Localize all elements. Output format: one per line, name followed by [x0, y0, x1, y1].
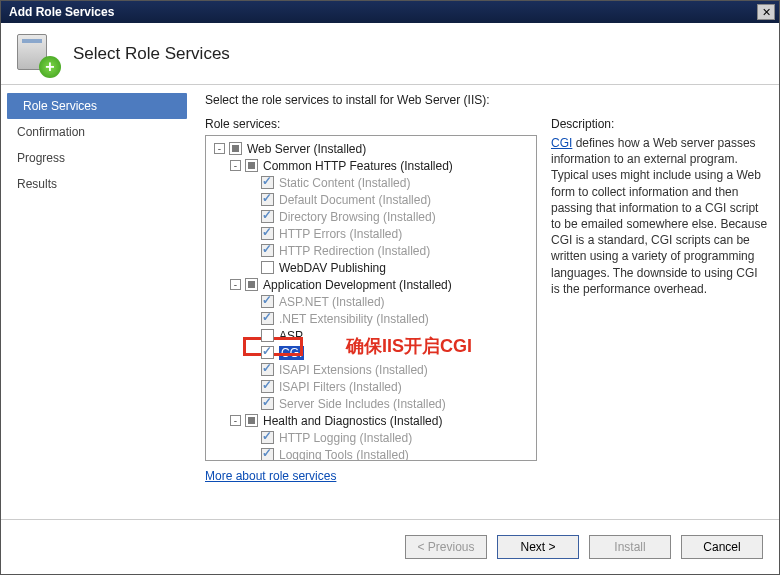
checkbox: [261, 312, 274, 325]
expand-icon[interactable]: -: [230, 279, 241, 290]
wizard-icon: +: [15, 32, 59, 76]
tree-node-label: ASP.NET (Installed): [279, 295, 385, 309]
tree-node[interactable]: Default Document (Installed): [206, 191, 536, 208]
wizard-step-confirmation[interactable]: Confirmation: [1, 119, 193, 145]
expand-icon[interactable]: -: [230, 160, 241, 171]
tree-node[interactable]: ASP.NET (Installed): [206, 293, 536, 310]
expand-icon[interactable]: -: [230, 415, 241, 426]
tree-node-label: ASP: [279, 329, 303, 343]
description-link[interactable]: CGI: [551, 136, 572, 150]
tree-node[interactable]: HTTP Logging (Installed): [206, 429, 536, 446]
checkbox[interactable]: [245, 278, 258, 291]
checkbox[interactable]: [261, 329, 274, 342]
tree-node[interactable]: -Web Server (Installed): [206, 140, 536, 157]
wizard-steps-sidebar: Role ServicesConfirmationProgressResults: [1, 85, 193, 519]
wizard-step-progress[interactable]: Progress: [1, 145, 193, 171]
instruction-text: Select the role services to install for …: [205, 93, 769, 107]
checkbox: [261, 380, 274, 393]
tree-node[interactable]: -Health and Diagnostics (Installed): [206, 412, 536, 429]
tree-node-label: Web Server (Installed): [247, 142, 366, 156]
checkbox: [261, 210, 274, 223]
tree-node[interactable]: Server Side Includes (Installed): [206, 395, 536, 412]
tree-node[interactable]: HTTP Errors (Installed): [206, 225, 536, 242]
role-services-label: Role services:: [205, 117, 537, 131]
tree-node[interactable]: ASP: [206, 327, 536, 344]
wizard-step-results[interactable]: Results: [1, 171, 193, 197]
wizard-footer: < Previous Next > Install Cancel: [1, 519, 779, 574]
tree-node[interactable]: Logging Tools (Installed): [206, 446, 536, 461]
tree-node[interactable]: -Common HTTP Features (Installed): [206, 157, 536, 174]
tree-node[interactable]: WebDAV Publishing: [206, 259, 536, 276]
tree-node[interactable]: -Application Development (Installed): [206, 276, 536, 293]
close-icon[interactable]: ✕: [757, 4, 775, 20]
tree-node-label: Application Development (Installed): [263, 278, 452, 292]
checkbox: [261, 397, 274, 410]
checkbox[interactable]: [245, 159, 258, 172]
tree-node-label: CGI: [279, 346, 304, 360]
tree-node-label: WebDAV Publishing: [279, 261, 386, 275]
checkbox[interactable]: [229, 142, 242, 155]
titlebar: Add Role Services ✕: [1, 1, 779, 23]
next-button[interactable]: Next >: [497, 535, 579, 559]
checkbox[interactable]: [261, 261, 274, 274]
tree-node[interactable]: ISAPI Filters (Installed): [206, 378, 536, 395]
tree-node-label: ISAPI Filters (Installed): [279, 380, 402, 394]
description-body: defines how a Web server passes informat…: [551, 136, 767, 296]
checkbox: [261, 363, 274, 376]
tree-node-label: HTTP Logging (Installed): [279, 431, 412, 445]
tree-node-label: HTTP Errors (Installed): [279, 227, 402, 241]
checkbox: [261, 176, 274, 189]
checkbox: [261, 295, 274, 308]
tree-node-label: HTTP Redirection (Installed): [279, 244, 430, 258]
wizard-header: + Select Role Services: [1, 23, 779, 85]
checkbox[interactable]: [261, 346, 274, 359]
tree-node[interactable]: Directory Browsing (Installed): [206, 208, 536, 225]
checkbox: [261, 448, 274, 461]
tree-node-label: Default Document (Installed): [279, 193, 431, 207]
tree-node-label: Directory Browsing (Installed): [279, 210, 436, 224]
previous-button: < Previous: [405, 535, 487, 559]
content-area: Select the role services to install for …: [193, 85, 779, 519]
tree-node-label: Health and Diagnostics (Installed): [263, 414, 442, 428]
page-title: Select Role Services: [73, 44, 230, 64]
install-button: Install: [589, 535, 671, 559]
checkbox: [261, 244, 274, 257]
checkbox[interactable]: [245, 414, 258, 427]
more-about-link[interactable]: More about role services: [205, 469, 336, 483]
role-services-tree[interactable]: 确保IIS开启CGI -Web Server (Installed)-Commo…: [205, 135, 537, 461]
checkbox: [261, 431, 274, 444]
tree-node-label: .NET Extensibility (Installed): [279, 312, 429, 326]
tree-node[interactable]: Static Content (Installed): [206, 174, 536, 191]
tree-node-label: Server Side Includes (Installed): [279, 397, 446, 411]
tree-node[interactable]: CGI: [206, 344, 536, 361]
wizard-step-role-services[interactable]: Role Services: [7, 93, 187, 119]
cancel-button[interactable]: Cancel: [681, 535, 763, 559]
expand-icon[interactable]: -: [214, 143, 225, 154]
tree-node-label: ISAPI Extensions (Installed): [279, 363, 428, 377]
tree-node-label: Static Content (Installed): [279, 176, 410, 190]
window-title: Add Role Services: [5, 5, 757, 19]
checkbox: [261, 227, 274, 240]
tree-node[interactable]: HTTP Redirection (Installed): [206, 242, 536, 259]
tree-node-label: Logging Tools (Installed): [279, 448, 409, 462]
tree-node[interactable]: .NET Extensibility (Installed): [206, 310, 536, 327]
tree-node-label: Common HTTP Features (Installed): [263, 159, 453, 173]
checkbox: [261, 193, 274, 206]
description-text: CGI defines how a Web server passes info…: [551, 135, 769, 297]
more-link-row: More about role services: [205, 469, 537, 483]
tree-node[interactable]: ISAPI Extensions (Installed): [206, 361, 536, 378]
description-label: Description:: [551, 117, 769, 131]
